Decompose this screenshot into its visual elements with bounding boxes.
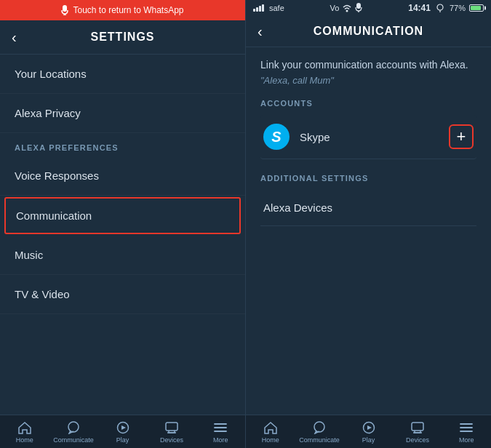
left-nav-play[interactable]: Play — [98, 421, 147, 444]
right-header: ‹ COMMUNICATION — [246, 16, 491, 47]
additional-settings-header: ADDITIONAL SETTINGS — [260, 174, 476, 183]
menu-item-alexa-privacy[interactable]: Alexa Privacy — [0, 94, 245, 133]
left-menu: Your Locations Alexa Privacy ALEXA PREFE… — [0, 55, 245, 415]
banner-text: Touch to return to WhatsApp — [73, 5, 183, 15]
home-icon — [17, 421, 33, 434]
whatsapp-banner[interactable]: Touch to return to WhatsApp — [0, 0, 245, 20]
signal-bars — [253, 4, 264, 12]
left-bottom-nav: Home Communicate Play — [0, 415, 245, 448]
mic-status-icon — [355, 3, 362, 13]
right-bottom-nav: Home Communicate Play — [246, 415, 491, 448]
right-nav-communicate-label: Communicate — [299, 436, 340, 444]
svg-rect-0 — [63, 5, 67, 12]
right-devices-icon — [410, 421, 426, 434]
svg-point-14 — [437, 4, 443, 10]
left-nav-communicate[interactable]: Communicate — [49, 421, 97, 444]
skype-s-letter: S — [271, 129, 281, 145]
signal-bar-2 — [256, 7, 258, 12]
left-nav-play-label: Play — [116, 436, 129, 444]
battery-fill — [471, 6, 481, 10]
mic-banner-icon — [61, 5, 68, 15]
network-text: Vo — [330, 4, 340, 12]
alexa-devices-label: Alexa Devices — [263, 201, 332, 214]
right-nav-devices[interactable]: Devices — [393, 421, 442, 444]
add-button-label: + — [457, 129, 466, 145]
right-nav-communicate[interactable]: Communicate — [295, 421, 343, 444]
left-nav-devices-label: Devices — [160, 436, 183, 444]
left-header: ‹ SETTINGS — [0, 20, 245, 55]
right-communicate-icon — [311, 421, 327, 434]
status-left: safe — [253, 4, 284, 12]
left-nav-home[interactable]: Home — [0, 421, 49, 444]
right-nav-devices-label: Devices — [406, 436, 429, 444]
right-more-icon — [458, 421, 474, 434]
svg-rect-12 — [356, 3, 361, 9]
svg-marker-17 — [367, 425, 372, 430]
skype-account-row: S Skype + — [260, 115, 476, 159]
menu-item-your-locations[interactable]: Your Locations — [0, 55, 245, 94]
right-quote: "Alexa, call Mum" — [260, 75, 476, 86]
svg-point-15 — [314, 422, 324, 432]
carrier-text: safe — [269, 4, 284, 12]
right-nav-more[interactable]: More — [442, 421, 491, 444]
time-text: 14:41 — [408, 3, 431, 13]
menu-item-music[interactable]: Music — [0, 236, 245, 275]
devices-icon — [164, 421, 180, 434]
status-center: Vo — [330, 3, 363, 13]
left-header-title: SETTINGS — [90, 31, 154, 44]
add-skype-button[interactable]: + — [449, 124, 474, 149]
svg-point-11 — [346, 10, 348, 12]
battery-text: 77% — [450, 4, 466, 12]
signal-bar-3 — [259, 6, 261, 12]
right-back-button[interactable]: ‹ — [258, 23, 263, 40]
left-back-button[interactable]: ‹ — [12, 29, 17, 46]
accounts-section-header: ACCOUNTS — [260, 99, 476, 108]
svg-rect-18 — [412, 423, 423, 431]
svg-point-3 — [68, 422, 79, 432]
status-right: 14:41 77% — [408, 3, 484, 13]
additional-settings-section: ADDITIONAL SETTINGS Alexa Devices — [260, 174, 476, 226]
right-nav-home[interactable]: Home — [246, 421, 295, 444]
svg-marker-5 — [121, 425, 126, 430]
menu-item-voice-responses[interactable]: Voice Responses — [0, 156, 245, 196]
right-header-title: COMMUNICATION — [314, 25, 423, 38]
communicate-icon — [65, 421, 81, 434]
svg-rect-6 — [166, 423, 177, 431]
status-bar: safe Vo 14:41 77% — [246, 0, 491, 16]
left-nav-home-label: Home — [16, 436, 33, 444]
right-nav-play[interactable]: Play — [344, 421, 393, 444]
right-description: Link your communication accounts with Al… — [260, 59, 476, 71]
left-panel: Touch to return to WhatsApp ‹ SETTINGS Y… — [0, 0, 245, 448]
more-icon — [212, 421, 228, 434]
right-nav-home-label: Home — [262, 436, 279, 444]
right-nav-more-label: More — [459, 436, 474, 444]
left-nav-more[interactable]: More — [196, 421, 245, 444]
location-icon — [434, 4, 446, 12]
skype-account-name: Skype — [300, 131, 449, 143]
signal-bar-4 — [262, 4, 264, 12]
signal-bar-1 — [253, 9, 255, 12]
right-nav-play-label: Play — [362, 436, 375, 444]
section-alexa-preferences: ALEXA PREFERENCES — [0, 133, 245, 156]
left-nav-communicate-label: Communicate — [53, 436, 94, 444]
play-icon — [115, 421, 131, 434]
skype-logo: S — [263, 124, 290, 150]
menu-item-tv-video[interactable]: TV & Video — [0, 275, 245, 314]
left-nav-more-label: More — [213, 436, 228, 444]
right-panel: safe Vo 14:41 77% — [245, 0, 491, 448]
right-home-icon — [263, 421, 279, 434]
left-nav-devices[interactable]: Devices — [147, 421, 196, 444]
right-play-icon — [361, 421, 377, 434]
alexa-devices-item[interactable]: Alexa Devices — [260, 190, 476, 226]
right-content: Link your communication accounts with Al… — [246, 47, 491, 415]
wifi-icon — [342, 4, 352, 12]
battery-icon — [469, 4, 484, 12]
menu-item-communication[interactable]: Communication — [4, 197, 241, 234]
